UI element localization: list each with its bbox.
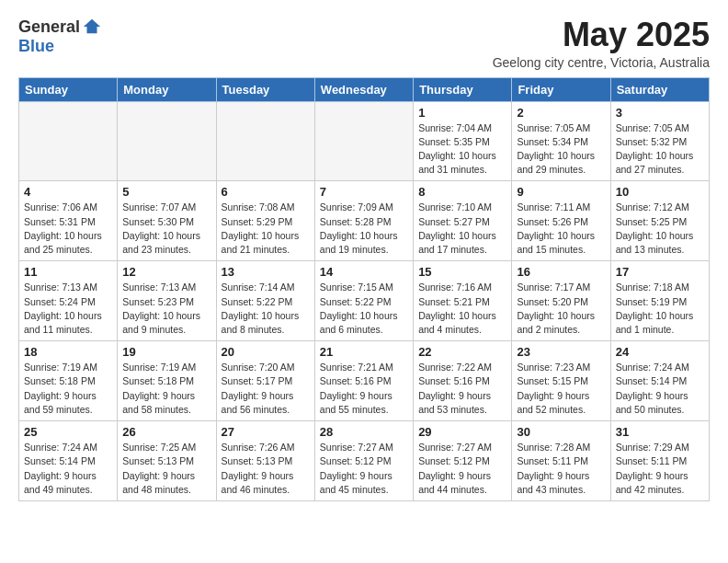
calendar-cell bbox=[118, 101, 216, 181]
calendar-cell: 5Sunrise: 7:07 AMSunset: 5:30 PMDaylight… bbox=[118, 181, 216, 261]
day-number: 16 bbox=[517, 265, 605, 279]
month-title: May 2025 bbox=[493, 17, 710, 53]
day-header-friday: Friday bbox=[512, 77, 610, 101]
day-info: Sunrise: 7:08 AMSunset: 5:29 PMDaylight:… bbox=[222, 201, 310, 257]
day-number: 2 bbox=[517, 106, 605, 120]
day-info: Sunrise: 7:18 AMSunset: 5:19 PMDaylight:… bbox=[616, 281, 704, 337]
calendar-row-2: 4Sunrise: 7:06 AMSunset: 5:31 PMDaylight… bbox=[19, 181, 710, 261]
day-info: Sunrise: 7:26 AMSunset: 5:13 PMDaylight:… bbox=[222, 441, 310, 497]
calendar-cell: 30Sunrise: 7:28 AMSunset: 5:11 PMDayligh… bbox=[512, 421, 610, 501]
day-info: Sunrise: 7:05 AMSunset: 5:32 PMDaylight:… bbox=[616, 121, 704, 178]
calendar-cell: 4Sunrise: 7:06 AMSunset: 5:31 PMDaylight… bbox=[19, 181, 118, 261]
day-number: 23 bbox=[517, 345, 605, 359]
calendar-cell: 21Sunrise: 7:21 AMSunset: 5:16 PMDayligh… bbox=[314, 341, 413, 421]
day-header-thursday: Thursday bbox=[414, 77, 512, 101]
day-number: 27 bbox=[222, 425, 310, 439]
day-info: Sunrise: 7:15 AMSunset: 5:22 PMDaylight:… bbox=[320, 281, 408, 337]
day-info: Sunrise: 7:29 AMSunset: 5:11 PMDaylight:… bbox=[616, 441, 704, 497]
calendar-cell: 23Sunrise: 7:23 AMSunset: 5:15 PMDayligh… bbox=[512, 341, 610, 421]
calendar-row-3: 11Sunrise: 7:13 AMSunset: 5:24 PMDayligh… bbox=[19, 261, 710, 341]
logo-blue-text: Blue bbox=[18, 37, 54, 56]
day-number: 26 bbox=[122, 425, 210, 439]
calendar-cell: 27Sunrise: 7:26 AMSunset: 5:13 PMDayligh… bbox=[216, 421, 314, 501]
calendar-cell: 20Sunrise: 7:20 AMSunset: 5:17 PMDayligh… bbox=[216, 341, 314, 421]
day-header-tuesday: Tuesday bbox=[216, 77, 314, 101]
location: Geelong city centre, Victoria, Australia bbox=[493, 55, 710, 70]
calendar-cell bbox=[216, 101, 314, 181]
calendar-row-5: 25Sunrise: 7:24 AMSunset: 5:14 PMDayligh… bbox=[19, 421, 710, 501]
calendar-cell: 26Sunrise: 7:25 AMSunset: 5:13 PMDayligh… bbox=[118, 421, 216, 501]
logo-general-text: General bbox=[18, 17, 80, 37]
day-info: Sunrise: 7:22 AMSunset: 5:16 PMDaylight:… bbox=[418, 361, 506, 417]
calendar-cell: 1Sunrise: 7:04 AMSunset: 5:35 PMDaylight… bbox=[414, 101, 512, 181]
day-number: 15 bbox=[418, 265, 506, 279]
day-number: 30 bbox=[517, 425, 605, 439]
calendar: SundayMondayTuesdayWednesdayThursdayFrid… bbox=[18, 77, 710, 501]
day-number: 24 bbox=[616, 345, 704, 359]
day-number: 10 bbox=[616, 185, 704, 199]
calendar-cell: 29Sunrise: 7:27 AMSunset: 5:12 PMDayligh… bbox=[414, 421, 512, 501]
calendar-cell: 6Sunrise: 7:08 AMSunset: 5:29 PMDaylight… bbox=[216, 181, 314, 261]
calendar-cell: 24Sunrise: 7:24 AMSunset: 5:14 PMDayligh… bbox=[610, 341, 709, 421]
day-info: Sunrise: 7:17 AMSunset: 5:20 PMDaylight:… bbox=[517, 281, 605, 337]
day-info: Sunrise: 7:07 AMSunset: 5:30 PMDaylight:… bbox=[122, 201, 210, 257]
day-number: 18 bbox=[24, 345, 112, 359]
day-number: 13 bbox=[222, 265, 310, 279]
day-info: Sunrise: 7:28 AMSunset: 5:11 PMDaylight:… bbox=[517, 441, 605, 497]
day-number: 31 bbox=[616, 425, 704, 439]
calendar-cell: 15Sunrise: 7:16 AMSunset: 5:21 PMDayligh… bbox=[414, 261, 512, 341]
calendar-cell: 13Sunrise: 7:14 AMSunset: 5:22 PMDayligh… bbox=[216, 261, 314, 341]
day-info: Sunrise: 7:20 AMSunset: 5:17 PMDaylight:… bbox=[222, 361, 310, 417]
calendar-cell bbox=[314, 101, 413, 181]
calendar-cell: 9Sunrise: 7:11 AMSunset: 5:26 PMDaylight… bbox=[512, 181, 610, 261]
calendar-cell: 18Sunrise: 7:19 AMSunset: 5:18 PMDayligh… bbox=[19, 341, 118, 421]
day-header-sunday: Sunday bbox=[19, 77, 118, 101]
day-number: 20 bbox=[222, 345, 310, 359]
calendar-cell: 3Sunrise: 7:05 AMSunset: 5:32 PMDaylight… bbox=[610, 101, 709, 181]
day-info: Sunrise: 7:11 AMSunset: 5:26 PMDaylight:… bbox=[517, 201, 605, 257]
calendar-cell: 8Sunrise: 7:10 AMSunset: 5:27 PMDaylight… bbox=[414, 181, 512, 261]
day-info: Sunrise: 7:23 AMSunset: 5:15 PMDaylight:… bbox=[517, 361, 605, 417]
calendar-cell: 22Sunrise: 7:22 AMSunset: 5:16 PMDayligh… bbox=[414, 341, 512, 421]
logo-icon bbox=[82, 17, 102, 37]
calendar-cell: 12Sunrise: 7:13 AMSunset: 5:23 PMDayligh… bbox=[118, 261, 216, 341]
day-number: 6 bbox=[222, 185, 310, 199]
day-info: Sunrise: 7:21 AMSunset: 5:16 PMDaylight:… bbox=[320, 361, 408, 417]
calendar-cell: 16Sunrise: 7:17 AMSunset: 5:20 PMDayligh… bbox=[512, 261, 610, 341]
day-number: 25 bbox=[24, 425, 112, 439]
day-info: Sunrise: 7:06 AMSunset: 5:31 PMDaylight:… bbox=[24, 201, 112, 257]
day-info: Sunrise: 7:04 AMSunset: 5:35 PMDaylight:… bbox=[418, 121, 506, 178]
calendar-cell: 7Sunrise: 7:09 AMSunset: 5:28 PMDaylight… bbox=[314, 181, 413, 261]
day-info: Sunrise: 7:13 AMSunset: 5:23 PMDaylight:… bbox=[122, 281, 210, 337]
day-number: 17 bbox=[616, 265, 704, 279]
day-info: Sunrise: 7:16 AMSunset: 5:21 PMDaylight:… bbox=[418, 281, 506, 337]
day-info: Sunrise: 7:27 AMSunset: 5:12 PMDaylight:… bbox=[320, 441, 408, 497]
day-header-saturday: Saturday bbox=[610, 77, 709, 101]
title-section: May 2025 Geelong city centre, Victoria, … bbox=[493, 17, 710, 70]
calendar-cell: 19Sunrise: 7:19 AMSunset: 5:18 PMDayligh… bbox=[118, 341, 216, 421]
day-number: 14 bbox=[320, 265, 408, 279]
calendar-header-row: SundayMondayTuesdayWednesdayThursdayFrid… bbox=[19, 77, 710, 101]
day-number: 7 bbox=[320, 185, 408, 199]
day-info: Sunrise: 7:24 AMSunset: 5:14 PMDaylight:… bbox=[616, 361, 704, 417]
day-info: Sunrise: 7:19 AMSunset: 5:18 PMDaylight:… bbox=[24, 361, 112, 417]
calendar-cell: 25Sunrise: 7:24 AMSunset: 5:14 PMDayligh… bbox=[19, 421, 118, 501]
day-header-wednesday: Wednesday bbox=[314, 77, 413, 101]
day-info: Sunrise: 7:24 AMSunset: 5:14 PMDaylight:… bbox=[24, 441, 112, 497]
day-number: 9 bbox=[517, 185, 605, 199]
svg-marker-0 bbox=[84, 19, 100, 34]
logo: General Blue bbox=[18, 17, 102, 56]
day-number: 3 bbox=[616, 106, 704, 120]
calendar-cell: 2Sunrise: 7:05 AMSunset: 5:34 PMDaylight… bbox=[512, 101, 610, 181]
day-number: 1 bbox=[418, 106, 506, 120]
calendar-row-1: 1Sunrise: 7:04 AMSunset: 5:35 PMDaylight… bbox=[19, 101, 710, 181]
day-number: 28 bbox=[320, 425, 408, 439]
calendar-cell: 11Sunrise: 7:13 AMSunset: 5:24 PMDayligh… bbox=[19, 261, 118, 341]
day-info: Sunrise: 7:13 AMSunset: 5:24 PMDaylight:… bbox=[24, 281, 112, 337]
calendar-cell: 28Sunrise: 7:27 AMSunset: 5:12 PMDayligh… bbox=[314, 421, 413, 501]
calendar-row-4: 18Sunrise: 7:19 AMSunset: 5:18 PMDayligh… bbox=[19, 341, 710, 421]
calendar-cell: 14Sunrise: 7:15 AMSunset: 5:22 PMDayligh… bbox=[314, 261, 413, 341]
day-info: Sunrise: 7:10 AMSunset: 5:27 PMDaylight:… bbox=[418, 201, 506, 257]
day-number: 4 bbox=[24, 185, 112, 199]
day-number: 22 bbox=[418, 345, 506, 359]
